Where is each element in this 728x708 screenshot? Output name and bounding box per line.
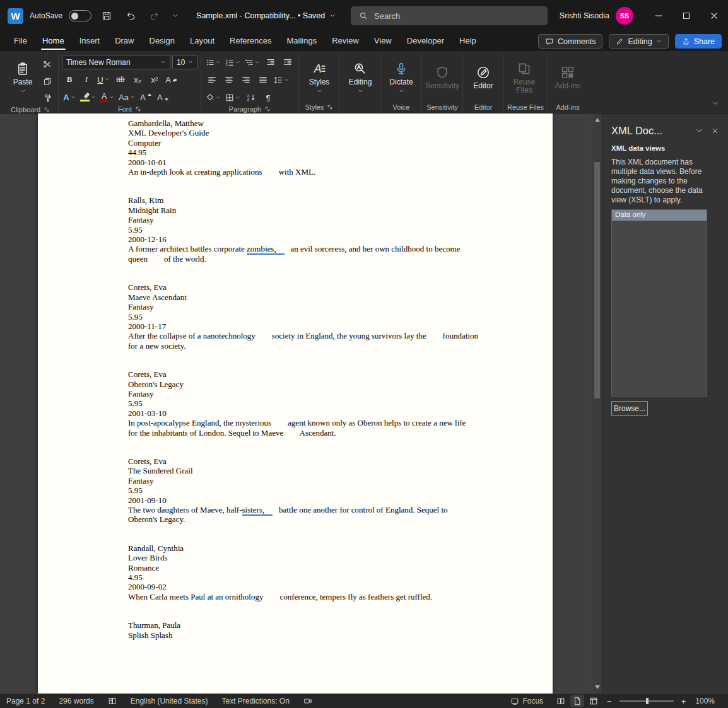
zoom-slider[interactable] bbox=[619, 700, 674, 702]
document-title[interactable]: Sample.xml - Compatibility... • Saved bbox=[196, 11, 336, 20]
editing-button[interactable]: Editing bbox=[343, 55, 377, 100]
change-case-button[interactable]: Aa bbox=[117, 90, 136, 105]
dialog-launcher-icon[interactable] bbox=[327, 104, 333, 110]
strikethrough-button[interactable]: ab bbox=[113, 72, 128, 87]
tab-insert[interactable]: Insert bbox=[72, 32, 108, 50]
cut-button[interactable] bbox=[40, 57, 55, 72]
font-name-combo[interactable]: Times New Roman bbox=[62, 55, 170, 69]
clear-formatting-button[interactable]: A bbox=[164, 72, 179, 87]
text-effects-button[interactable]: A bbox=[62, 90, 77, 105]
word-count[interactable]: 296 words bbox=[52, 694, 100, 708]
tab-view[interactable]: View bbox=[367, 32, 399, 50]
maximize-button[interactable] bbox=[672, 0, 700, 32]
styles-button[interactable]: A Styles bbox=[302, 55, 336, 100]
scrollbar-thumb[interactable] bbox=[594, 162, 600, 398]
superscript-button[interactable]: x² bbox=[147, 72, 162, 87]
user-name[interactable]: Srishti Sisodia bbox=[560, 11, 609, 20]
quick-access-toolbar-chevron[interactable] bbox=[170, 7, 181, 25]
justify-button[interactable] bbox=[255, 73, 271, 88]
tab-home[interactable]: Home bbox=[35, 32, 72, 50]
tab-review[interactable]: Review bbox=[324, 32, 367, 50]
align-center-button[interactable] bbox=[221, 73, 237, 88]
taskpane-close-icon[interactable] bbox=[711, 127, 719, 135]
scroll-down-arrow[interactable] bbox=[592, 682, 602, 692]
line-spacing-button[interactable] bbox=[273, 73, 290, 88]
proofing-status[interactable] bbox=[101, 694, 124, 708]
print-layout-button[interactable] bbox=[570, 695, 584, 707]
tab-design[interactable]: Design bbox=[142, 32, 182, 50]
numbering-button[interactable]: 123 bbox=[224, 55, 242, 70]
tab-developer[interactable]: Developer bbox=[399, 32, 452, 50]
reuse-files-button[interactable]: Reuse Files bbox=[507, 55, 541, 100]
tab-references[interactable]: References bbox=[222, 32, 279, 50]
grow-font-button[interactable]: A bbox=[138, 90, 153, 105]
tab-help[interactable]: Help bbox=[452, 32, 484, 50]
web-layout-button[interactable] bbox=[587, 695, 601, 707]
search-input[interactable]: Search bbox=[351, 6, 548, 25]
undo-button[interactable] bbox=[122, 7, 139, 25]
data-views-listbox[interactable]: Data only bbox=[611, 209, 707, 397]
page-indicator[interactable]: Page 1 of 2 bbox=[6, 694, 52, 708]
tab-draw[interactable]: Draw bbox=[107, 32, 141, 50]
addins-button[interactable]: Add-ins bbox=[551, 55, 585, 100]
sensitivity-button[interactable]: Sensitivity bbox=[425, 55, 459, 100]
zoom-slider-thumb[interactable] bbox=[646, 698, 649, 704]
font-color-button[interactable]: A bbox=[99, 90, 115, 105]
bold-button[interactable]: B bbox=[62, 72, 77, 87]
bullets-button[interactable] bbox=[204, 55, 222, 70]
taskpane-chevron-icon[interactable] bbox=[695, 127, 703, 135]
increase-indent-button[interactable] bbox=[280, 55, 295, 70]
subscript-button[interactable]: x₂ bbox=[130, 72, 145, 87]
copy-button[interactable] bbox=[40, 74, 55, 89]
show-hide-marks-button[interactable]: ¶ bbox=[261, 90, 276, 105]
data-view-option-selected[interactable]: Data only bbox=[612, 210, 707, 221]
zoom-out-button[interactable]: − bbox=[604, 697, 614, 706]
sort-button[interactable]: AZ bbox=[244, 90, 259, 105]
align-left-button[interactable] bbox=[204, 73, 220, 88]
dialog-launcher-icon[interactable] bbox=[264, 106, 271, 112]
multilevel-list-button[interactable] bbox=[244, 55, 261, 70]
format-painter-button[interactable] bbox=[40, 91, 55, 106]
zoom-in-button[interactable]: + bbox=[679, 697, 689, 706]
redo-button[interactable] bbox=[146, 7, 163, 25]
scroll-up-arrow[interactable] bbox=[592, 115, 602, 125]
tab-layout[interactable]: Layout bbox=[182, 32, 222, 50]
paste-button[interactable]: Paste bbox=[6, 55, 40, 100]
comments-button[interactable]: Comments bbox=[538, 34, 602, 49]
avatar[interactable]: SS bbox=[616, 7, 633, 25]
editing-mode-button[interactable]: Editing bbox=[609, 34, 668, 49]
save-button[interactable] bbox=[98, 7, 115, 25]
shrink-font-button[interactable]: A bbox=[155, 90, 170, 105]
editor-button[interactable]: Editor bbox=[466, 55, 500, 100]
autosave-toggle[interactable] bbox=[69, 10, 91, 21]
decrease-indent-button[interactable] bbox=[263, 55, 278, 70]
share-button[interactable]: Share bbox=[675, 34, 722, 49]
dictate-button[interactable]: Dictate bbox=[384, 55, 418, 100]
collapse-ribbon-button[interactable] bbox=[712, 98, 719, 110]
styles-label: Styles bbox=[309, 78, 330, 86]
underline-button[interactable]: U bbox=[96, 72, 111, 87]
language-indicator[interactable]: English (United States) bbox=[124, 694, 215, 708]
vertical-scrollbar[interactable] bbox=[592, 113, 602, 693]
read-mode-button[interactable] bbox=[554, 695, 568, 707]
document-page[interactable]: Gambardella, MatthewXML Developer's Guid… bbox=[38, 113, 553, 693]
document-content[interactable]: Gambardella, MatthewXML Developer's Guid… bbox=[38, 113, 553, 640]
close-button[interactable] bbox=[700, 0, 728, 32]
zoom-level[interactable]: 100% bbox=[688, 694, 722, 708]
italic-button[interactable]: I bbox=[79, 72, 94, 87]
dialog-launcher-icon[interactable] bbox=[44, 107, 50, 113]
text-highlight-button[interactable] bbox=[79, 90, 97, 105]
font-size-combo[interactable]: 10 bbox=[172, 55, 197, 69]
minimize-button[interactable] bbox=[645, 0, 672, 32]
tab-file[interactable]: File bbox=[6, 32, 35, 50]
borders-button[interactable] bbox=[224, 90, 242, 105]
recording-indicator[interactable] bbox=[296, 694, 319, 708]
word-logo[interactable]: W bbox=[8, 8, 23, 24]
tab-mailings[interactable]: Mailings bbox=[279, 32, 325, 50]
focus-mode-button[interactable]: Focus bbox=[510, 694, 550, 708]
align-right-button[interactable] bbox=[238, 73, 254, 88]
dialog-launcher-icon[interactable] bbox=[135, 106, 141, 112]
browse-button[interactable]: Browse... bbox=[611, 401, 648, 416]
shading-button[interactable] bbox=[204, 90, 222, 105]
text-predictions[interactable]: Text Predictions: On bbox=[215, 694, 296, 708]
